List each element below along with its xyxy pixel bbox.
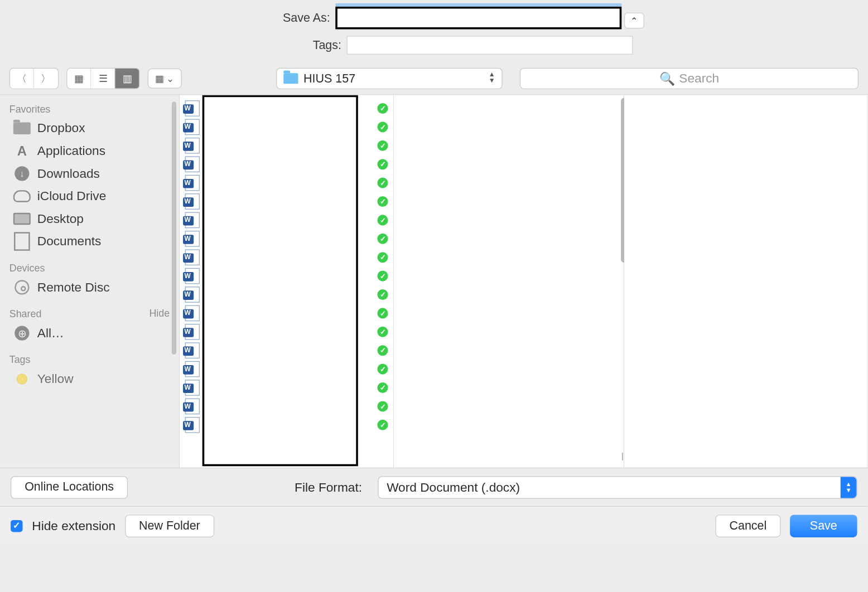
word-doc-icon: [185, 156, 200, 172]
hide-extension-checkbox[interactable]: ✓: [11, 520, 22, 531]
sidebar-item-remote-disc[interactable]: Remote Disc: [0, 276, 179, 299]
word-doc-icon: [185, 231, 200, 247]
sync-check-icon: [377, 345, 388, 356]
word-doc-icon: [185, 100, 200, 117]
disc-icon: [15, 280, 29, 294]
save-as-label: Save As:: [224, 11, 330, 25]
save-as-row: Save As: ⌃: [224, 7, 644, 30]
tags-header: Tags: [0, 350, 179, 368]
tag-dot-icon: [17, 373, 27, 384]
sync-check-icon: [377, 196, 388, 207]
sidebar-item-dropbox[interactable]: Dropbox: [0, 117, 179, 140]
sidebar-item-applications[interactable]: A Applications: [0, 140, 179, 163]
sidebar-item-desktop[interactable]: Desktop: [0, 207, 179, 230]
word-doc-icon: [185, 287, 200, 303]
columns-icon: ▥: [123, 72, 132, 84]
sidebar-item-label: Documents: [37, 234, 102, 249]
chevron-up-icon: ⌃: [630, 16, 638, 26]
toolbar: 〈 〉 ▦ ☰ ▥ ▦ ⌄ HIUS 157 ▲▼ 🔍 Search: [0, 64, 868, 95]
sync-check-icon: [377, 401, 388, 411]
online-locations-button[interactable]: Online Locations: [11, 476, 128, 499]
back-button[interactable]: 〈: [10, 69, 34, 89]
file-format-select[interactable]: Word Document (.docx) ▲▼: [378, 476, 857, 499]
current-folder-name: HIUS 157: [303, 71, 355, 85]
sidebar-tag-yellow[interactable]: Yellow: [0, 368, 179, 391]
sidebar-item-label: All…: [37, 326, 64, 341]
file-column-1[interactable]: [180, 95, 394, 468]
updown-arrows-icon: ▲▼: [489, 71, 495, 83]
folder-icon: [283, 73, 298, 84]
cancel-button[interactable]: Cancel: [715, 515, 780, 537]
new-folder-button[interactable]: New Folder: [125, 515, 214, 537]
sync-check-icon: [377, 364, 388, 375]
sidebar-item-all-shared[interactable]: ⊕ All…: [0, 322, 179, 344]
sync-check-icon: [377, 271, 388, 282]
format-bar: Online Locations File Format: Word Docum…: [0, 468, 868, 506]
sync-check-icon: [377, 420, 388, 430]
bottom-bar: ✓ Hide extension New Folder Cancel Save: [0, 506, 868, 545]
sync-check-icon: [377, 234, 388, 244]
grid-small-icon: ▦: [155, 73, 164, 84]
chevron-right-icon: 〉: [41, 72, 51, 85]
search-icon: 🔍: [659, 71, 676, 86]
file-column-3[interactable]: [624, 95, 868, 468]
expand-collapse-button[interactable]: ⌃: [624, 13, 644, 29]
sync-check-icon: [377, 308, 388, 318]
cloud-icon: [13, 190, 31, 202]
sync-check-icon: [377, 159, 388, 169]
word-doc-icon: [185, 175, 200, 191]
sync-check-icon: [377, 327, 388, 337]
word-doc-icon: [185, 305, 200, 322]
sidebar-item-icloud[interactable]: iCloud Drive: [0, 185, 179, 208]
word-doc-icon: [185, 249, 200, 265]
file-browser: Favorites Dropbox A Applications ↓ Downl…: [0, 95, 868, 468]
view-columns-button[interactable]: ▥: [115, 69, 139, 89]
sidebar-item-label: Dropbox: [37, 121, 85, 135]
word-doc-icon: [185, 399, 200, 415]
sidebar-item-label: Remote Disc: [37, 280, 110, 294]
current-folder-popup[interactable]: HIUS 157 ▲▼: [276, 68, 503, 89]
search-placeholder: Search: [679, 71, 719, 86]
word-doc-icon: [185, 119, 200, 135]
folder-icon: [13, 123, 31, 134]
tags-label: Tags:: [235, 38, 341, 52]
network-icon: ⊕: [15, 326, 29, 341]
search-input[interactable]: 🔍 Search: [520, 68, 859, 89]
word-doc-icon: [185, 324, 200, 340]
forward-button[interactable]: 〉: [34, 69, 58, 89]
chevron-down-icon: ⌄: [166, 73, 174, 84]
sidebar-scrollbar[interactable]: [172, 102, 176, 355]
save-as-input[interactable]: [335, 7, 621, 30]
sync-check-icon: [377, 103, 388, 114]
word-doc-icon: [185, 193, 200, 210]
word-doc-icon: [185, 417, 200, 433]
sync-check-icon: [377, 289, 388, 300]
sidebar: Favorites Dropbox A Applications ↓ Downl…: [0, 95, 180, 468]
view-icons-button[interactable]: ▦: [67, 69, 91, 89]
save-button[interactable]: Save: [790, 515, 857, 537]
shared-hide-button[interactable]: Hide: [149, 307, 170, 318]
hide-extension-label: Hide extension: [32, 518, 115, 533]
view-list-button[interactable]: ☰: [91, 69, 115, 89]
shared-header: Shared: [0, 304, 149, 322]
chevron-left-icon: 〈: [17, 72, 27, 85]
sidebar-item-label: Downloads: [37, 166, 100, 181]
documents-icon: [15, 234, 28, 250]
sidebar-item-label: Applications: [37, 144, 105, 158]
view-mode-segment: ▦ ☰ ▥: [66, 68, 139, 89]
word-doc-icon: [185, 212, 200, 229]
sidebar-item-label: Desktop: [37, 211, 84, 226]
sidebar-item-downloads[interactable]: ↓ Downloads: [0, 162, 179, 185]
word-doc-icon: [185, 138, 200, 154]
word-doc-icon: [185, 342, 200, 358]
file-column-2[interactable]: ||: [394, 95, 624, 468]
sidebar-item-label: iCloud Drive: [37, 189, 106, 203]
word-doc-icon: [185, 361, 200, 377]
group-sort-button[interactable]: ▦ ⌄: [148, 69, 182, 89]
file-format-label: File Format:: [295, 480, 362, 494]
tags-input[interactable]: [347, 36, 633, 54]
sync-check-icon: [377, 252, 388, 263]
column-view: ||: [180, 95, 868, 468]
sync-check-icon: [377, 140, 388, 151]
sidebar-item-documents[interactable]: Documents: [0, 230, 179, 253]
